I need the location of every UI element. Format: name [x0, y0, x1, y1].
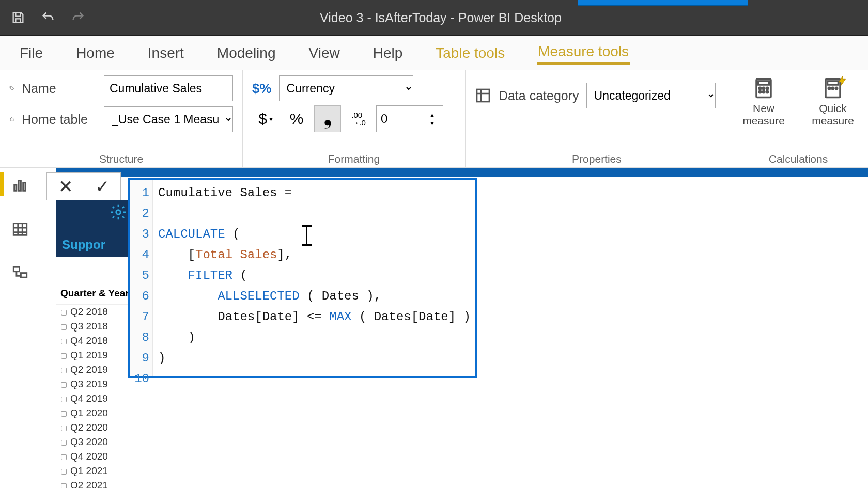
line-number: 6: [130, 286, 149, 307]
home-table-label: Home table: [22, 112, 97, 127]
group-formatting-label: Formatting: [252, 150, 456, 165]
quick-measure-label: Quick measure: [807, 102, 859, 127]
redo-icon[interactable]: [70, 10, 86, 25]
line-number-gutter: 12345678910: [130, 180, 153, 376]
slicer-item[interactable]: Q2 2019: [56, 363, 138, 377]
slicer-item[interactable]: Q1 2020: [56, 406, 138, 420]
formula-bar-strip: [56, 168, 868, 177]
window-title: Video 3 - IsAfterToday - Power BI Deskto…: [86, 10, 796, 25]
svg-rect-0: [16, 19, 20, 22]
line-number: 8: [130, 327, 149, 348]
line-number: 4: [130, 245, 149, 265]
line-number: 1: [130, 183, 149, 203]
tab-measure-tools[interactable]: Measure tools: [537, 41, 630, 65]
thousands-separator-button[interactable]: ❟: [314, 105, 341, 132]
data-category-icon: [475, 87, 491, 104]
tab-table-tools[interactable]: Table tools: [435, 43, 506, 64]
line-number: 10: [130, 369, 149, 389]
svg-rect-21: [21, 273, 26, 278]
svg-point-10: [766, 91, 768, 93]
svg-point-13: [828, 87, 830, 89]
svg-rect-16: [14, 185, 16, 191]
code-area[interactable]: Cumulative Sales = CALCULATE ( [Total Sa…: [153, 180, 475, 376]
decimal-places-spinner[interactable]: ▴ ▾: [376, 105, 443, 132]
home-icon: [9, 112, 14, 127]
slicer-item[interactable]: Q2 2020: [56, 420, 138, 435]
tab-home[interactable]: Home: [75, 43, 116, 64]
tab-view[interactable]: View: [308, 43, 341, 64]
dax-formula-editor[interactable]: 12345678910 Cumulative Sales = CALCULATE…: [128, 178, 477, 378]
svg-rect-2: [477, 89, 489, 102]
svg-rect-19: [13, 224, 27, 235]
currency-button[interactable]: $▾: [252, 105, 279, 132]
decimal-places-icon[interactable]: .00→.0: [345, 105, 372, 132]
quarter-year-slicer[interactable]: Quarter & Year Q2 2018Q3 2018Q4 2018Q1 2…: [56, 282, 138, 488]
group-structure-label: Structure: [9, 150, 233, 165]
svg-point-15: [835, 87, 838, 89]
text-cursor-icon: [306, 226, 307, 245]
svg-point-22: [116, 210, 121, 215]
format-icon: $%: [252, 81, 272, 97]
svg-rect-20: [13, 267, 19, 272]
svg-point-1: [10, 87, 11, 87]
svg-rect-18: [23, 183, 25, 191]
percent-button[interactable]: %: [283, 105, 310, 132]
group-properties-label: Properties: [475, 150, 719, 165]
name-label: Name: [22, 81, 97, 96]
line-number: 9: [130, 348, 149, 369]
slicer-item[interactable]: Q2 2018: [56, 305, 138, 319]
svg-point-8: [759, 91, 761, 93]
slicer-item[interactable]: Q1 2019: [56, 348, 138, 363]
group-calculations-label: Calculations: [738, 150, 859, 165]
quick-calculator-icon: [821, 77, 845, 99]
tab-help[interactable]: Help: [372, 43, 404, 64]
line-number: 7: [130, 307, 149, 327]
accent-bar: [0, 172, 4, 196]
cancel-formula-button[interactable]: ✕: [47, 173, 84, 200]
tab-file[interactable]: File: [19, 43, 44, 64]
new-measure-button[interactable]: New measure: [738, 77, 789, 127]
ribbon: Name Home table _Use Case 1 Measu... Str…: [0, 70, 868, 168]
slicer-item[interactable]: Q3 2018: [56, 319, 138, 334]
tab-insert[interactable]: Insert: [147, 43, 185, 64]
svg-point-5: [759, 87, 761, 89]
format-select[interactable]: Currency: [279, 75, 413, 101]
slicer-item[interactable]: Q2 2021: [56, 478, 138, 488]
undo-icon[interactable]: [40, 10, 56, 25]
tab-modeling[interactable]: Modeling: [216, 43, 277, 64]
top-highlight-bar: [578, 0, 748, 6]
commit-formula-button[interactable]: ✓: [84, 173, 120, 200]
svg-point-6: [763, 87, 765, 89]
decimal-places-input[interactable]: [377, 108, 423, 129]
ribbon-tabs: File Home Insert Modeling View Help Tabl…: [0, 36, 868, 70]
spin-down[interactable]: ▾: [423, 119, 441, 127]
data-category-label: Data category: [499, 88, 579, 103]
line-number: 2: [130, 203, 149, 224]
slicer-item[interactable]: Q1 2021: [56, 464, 138, 478]
tag-icon: [9, 81, 14, 96]
data-view-icon[interactable]: [10, 219, 30, 240]
line-number: 3: [130, 224, 149, 245]
slicer-header: Quarter & Year: [56, 282, 138, 305]
slicer-item[interactable]: Q4 2019: [56, 391, 138, 406]
left-nav-rail: [0, 168, 40, 488]
svg-point-7: [766, 87, 768, 89]
support-label: Suppor: [62, 238, 105, 252]
data-category-select[interactable]: Uncategorized: [586, 83, 716, 108]
measure-name-input[interactable]: [104, 75, 233, 101]
slicer-item[interactable]: Q4 2020: [56, 449, 138, 464]
svg-rect-17: [19, 181, 21, 191]
work-area: ✕ ✓ Suppor Quarter & Year Q2 2018Q3 2018…: [0, 168, 868, 488]
report-view-icon[interactable]: [10, 175, 30, 195]
spin-up[interactable]: ▴: [423, 111, 441, 119]
support-video-tile[interactable]: Suppor: [56, 200, 138, 257]
slicer-item[interactable]: Q3 2019: [56, 377, 138, 391]
formula-confirm-box: ✕ ✓: [47, 172, 121, 200]
quick-measure-button[interactable]: Quick measure: [807, 77, 859, 127]
home-table-select[interactable]: _Use Case 1 Measu...: [104, 106, 233, 132]
save-icon[interactable]: [10, 10, 26, 25]
slicer-item[interactable]: Q3 2020: [56, 435, 138, 449]
model-view-icon[interactable]: [10, 263, 30, 284]
calculator-icon: [752, 77, 776, 99]
slicer-item[interactable]: Q4 2018: [56, 334, 138, 348]
